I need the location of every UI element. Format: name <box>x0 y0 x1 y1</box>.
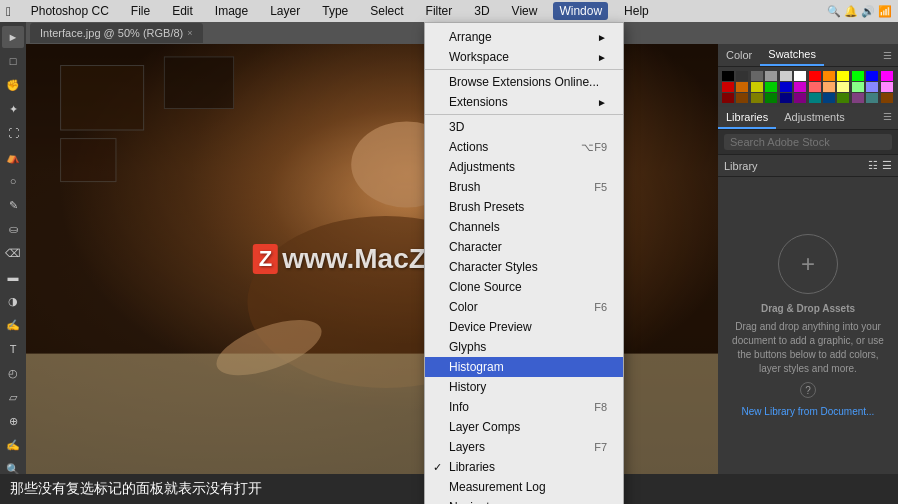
menu-color[interactable]: Color F6 <box>425 297 623 317</box>
menu-device-preview[interactable]: Device Preview <box>425 317 623 337</box>
tool-eraser[interactable]: ⌫ <box>2 242 24 264</box>
tool-hand[interactable]: ✍ <box>2 434 24 456</box>
tool-brush[interactable]: ✎ <box>2 194 24 216</box>
menu-character[interactable]: Character <box>425 237 623 257</box>
swatch-item[interactable] <box>736 82 748 92</box>
swatch-item[interactable] <box>809 82 821 92</box>
menu-browse-extensions[interactable]: Browse Extensions Online... <box>425 72 623 92</box>
menu-layers[interactable]: Layers F7 <box>425 437 623 457</box>
tool-select[interactable]: □ <box>2 50 24 72</box>
menu-actions[interactable]: Actions ⌥F9 <box>425 137 623 157</box>
menu-navigator[interactable]: Navigator <box>425 497 623 504</box>
tool-3d[interactable]: ⊕ <box>2 410 24 432</box>
tool-gradient[interactable]: ▬ <box>2 266 24 288</box>
lib-search-input[interactable] <box>724 134 892 150</box>
lib-panel-icon[interactable]: ☰ <box>877 107 898 129</box>
canvas-tab[interactable]: Interface.jpg @ 50% (RGB/8) × <box>30 23 203 43</box>
swatch-item[interactable] <box>780 82 792 92</box>
new-library-link[interactable]: New Library from Document... <box>742 406 875 417</box>
swatch-item[interactable] <box>809 71 821 81</box>
add-asset-button[interactable]: + <box>778 234 838 294</box>
menu-3d[interactable]: 3D <box>468 2 495 20</box>
tab-libraries[interactable]: Libraries <box>718 107 776 129</box>
tab-swatches[interactable]: Swatches <box>760 44 824 66</box>
menu-info[interactable]: Info F8 <box>425 397 623 417</box>
menu-file[interactable]: File <box>125 2 156 20</box>
swatch-item[interactable] <box>866 93 878 103</box>
tool-eyedropper[interactable]: ⛺ <box>2 146 24 168</box>
tool-lasso[interactable]: ✊ <box>2 74 24 96</box>
menu-histogram[interactable]: Histogram <box>425 357 623 377</box>
swatch-item[interactable] <box>794 82 806 92</box>
menu-layer[interactable]: Layer <box>264 2 306 20</box>
swatch-item[interactable] <box>765 93 777 103</box>
swatch-item[interactable] <box>794 93 806 103</box>
menu-window[interactable]: Window <box>553 2 608 20</box>
swatch-item[interactable] <box>823 71 835 81</box>
swatch-item[interactable] <box>881 71 893 81</box>
menu-arrange[interactable]: Arrange ► <box>425 27 623 47</box>
tab-close[interactable]: × <box>187 28 192 38</box>
tool-pen[interactable]: ✍ <box>2 314 24 336</box>
swatch-item[interactable] <box>809 93 821 103</box>
swatch-item[interactable] <box>736 93 748 103</box>
menu-type[interactable]: Type <box>316 2 354 20</box>
menu-clone-source[interactable]: Clone Source <box>425 277 623 297</box>
menu-select[interactable]: Select <box>364 2 409 20</box>
menu-filter[interactable]: Filter <box>420 2 459 20</box>
menu-libraries[interactable]: ✓ Libraries <box>425 457 623 477</box>
swatch-item[interactable] <box>780 71 792 81</box>
lib-grid-icon[interactable]: ☷ <box>868 159 878 172</box>
menu-adjustments[interactable]: Adjustments <box>425 157 623 177</box>
swatch-item[interactable] <box>722 82 734 92</box>
lib-dropdown[interactable]: Library ☷ ☰ <box>718 155 898 177</box>
tool-type[interactable]: T <box>2 338 24 360</box>
swatch-item[interactable] <box>765 82 777 92</box>
swatch-item[interactable] <box>837 82 849 92</box>
tool-crop[interactable]: ⛶ <box>2 122 24 144</box>
menu-character-styles[interactable]: Character Styles <box>425 257 623 277</box>
help-button[interactable]: ? <box>800 382 816 398</box>
menu-help[interactable]: Help <box>618 2 655 20</box>
menu-workspace[interactable]: Workspace ► <box>425 47 623 67</box>
tab-color[interactable]: Color <box>718 45 760 65</box>
swatch-item[interactable] <box>837 71 849 81</box>
menu-measurement-log[interactable]: Measurement Log <box>425 477 623 497</box>
tool-magic-wand[interactable]: ✦ <box>2 98 24 120</box>
tool-dodge[interactable]: ◑ <box>2 290 24 312</box>
tool-heal[interactable]: ○ <box>2 170 24 192</box>
menu-layer-comps[interactable]: Layer Comps <box>425 417 623 437</box>
swatch-item[interactable] <box>852 71 864 81</box>
tool-move[interactable]: ► <box>2 26 24 48</box>
swatch-item[interactable] <box>722 93 734 103</box>
swatch-item[interactable] <box>751 71 763 81</box>
menu-brush-presets[interactable]: Brush Presets <box>425 197 623 217</box>
swatch-item[interactable] <box>736 71 748 81</box>
menu-channels[interactable]: Channels <box>425 217 623 237</box>
tool-path[interactable]: ◴ <box>2 362 24 384</box>
menu-brush[interactable]: Brush F5 <box>425 177 623 197</box>
menu-edit[interactable]: Edit <box>166 2 199 20</box>
swatch-item[interactable] <box>751 82 763 92</box>
swatch-item[interactable] <box>780 93 792 103</box>
swatch-item[interactable] <box>794 71 806 81</box>
swatch-item[interactable] <box>881 93 893 103</box>
lib-list-icon[interactable]: ☰ <box>882 159 892 172</box>
swatch-item[interactable] <box>852 82 864 92</box>
swatch-item[interactable] <box>881 82 893 92</box>
swatch-item[interactable] <box>751 93 763 103</box>
swatch-item[interactable] <box>765 71 777 81</box>
swatch-item[interactable] <box>866 82 878 92</box>
swatch-item[interactable] <box>823 93 835 103</box>
menu-history[interactable]: History <box>425 377 623 397</box>
swatch-item[interactable] <box>852 93 864 103</box>
menu-image[interactable]: Image <box>209 2 254 20</box>
menu-glyphs[interactable]: Glyphs <box>425 337 623 357</box>
swatch-item[interactable] <box>837 93 849 103</box>
tab-adjustments[interactable]: Adjustments <box>776 107 853 129</box>
swatch-item[interactable] <box>823 82 835 92</box>
panel-options-icon[interactable]: ☰ <box>877 46 898 65</box>
swatch-item[interactable] <box>722 71 734 81</box>
menu-view[interactable]: View <box>506 2 544 20</box>
tool-shape[interactable]: ▱ <box>2 386 24 408</box>
